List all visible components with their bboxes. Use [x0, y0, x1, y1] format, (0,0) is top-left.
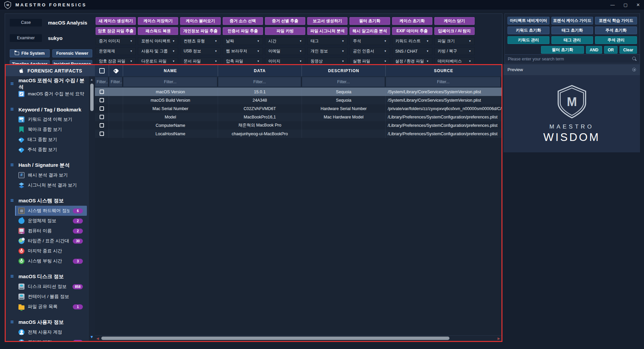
- close-button[interactable]: ✕: [636, 0, 640, 10]
- action-button[interactable]: 케이스 닫기: [434, 17, 475, 25]
- sidebar-item[interactable]: 관리자 계정1: [9, 337, 87, 341]
- tool-button[interactable]: 포렌식 케이스 가이드: [551, 17, 593, 24]
- sidebar-section-title[interactable]: ≡Hash / Signature 분석: [9, 160, 88, 170]
- action-button[interactable]: 개인정보 파일 추출: [180, 27, 220, 35]
- scroll-right-icon[interactable]: ▶: [496, 337, 501, 340]
- tool-button[interactable]: 주석 관리: [595, 36, 637, 44]
- nav-button-file-system[interactable]: File System: [10, 49, 50, 57]
- filter-dropdown[interactable]: 웹 브라우저▼: [223, 47, 263, 55]
- table-row[interactable]: Mac Serial NumberC02ZVAFVMD6THardware Se…: [95, 104, 501, 113]
- and-button[interactable]: AND: [586, 46, 602, 54]
- row-checkbox[interactable]: [100, 90, 104, 94]
- action-button[interactable]: 새 케이스 생성하기: [96, 17, 136, 25]
- checkbox-cell[interactable]: [95, 104, 109, 113]
- sidebar-item[interactable]: 운영체제 정보2: [9, 216, 87, 226]
- sidebar-item[interactable]: 태그 종합 보기: [9, 135, 87, 145]
- select-all-cell[interactable]: [95, 65, 109, 76]
- tool-button[interactable]: 태그 초기화: [551, 27, 593, 34]
- filter-dropdown[interactable]: 파일 크기▼: [434, 37, 475, 45]
- filter-dropdown[interactable]: 주석▼: [350, 37, 390, 45]
- sidebar-scrollbar[interactable]: ▲ ▼: [88, 76, 95, 341]
- filter-dropdown[interactable]: 날짜▼: [223, 37, 263, 45]
- filter-dropdown[interactable]: 개인 정보▼: [307, 47, 347, 55]
- sidebar-item[interactable]: 파일 공유 목록1: [9, 302, 87, 312]
- sidebar-item[interactable]: 컨테이너 / 볼륨 정보: [9, 292, 87, 302]
- filter-input[interactable]: [218, 80, 301, 84]
- filter-dropdown[interactable]: USB 정보▼: [180, 47, 220, 55]
- filter-input[interactable]: [123, 80, 217, 84]
- scroll-left-icon[interactable]: ◀: [95, 337, 100, 340]
- action-button[interactable]: 파일 카빙: [265, 27, 305, 35]
- sidebar-item[interactable]: 해시 분석 결과 보기: [9, 170, 87, 180]
- clear-button[interactable]: Clear: [620, 46, 637, 54]
- horizontal-scrollbar[interactable]: ◀ ▶: [95, 335, 501, 341]
- filter-dropdown[interactable]: 사용자 및 그룹▼: [138, 47, 178, 55]
- filter-dropdown[interactable]: 증거 이미지▼: [96, 37, 136, 45]
- action-button[interactable]: 증거 선별 추출: [265, 17, 305, 25]
- minimize-button[interactable]: —: [610, 0, 615, 10]
- tool-button[interactable]: 키워드 초기화: [507, 27, 549, 34]
- action-button[interactable]: 해시 알고리즘 분석: [350, 27, 390, 35]
- filter-dropdown[interactable]: 시간▼: [265, 37, 305, 45]
- sidebar-item[interactable]: 마지막 종료 시간: [9, 246, 87, 256]
- filter-input[interactable]: [109, 80, 122, 84]
- table-row[interactable]: macOS Version15.0.1Sequoia/System/Librar…: [95, 88, 501, 96]
- preview-options-icon[interactable]: [632, 68, 636, 71]
- column-header-name[interactable]: NAME: [123, 65, 218, 76]
- row-checkbox[interactable]: [100, 123, 104, 128]
- sidebar-section-title[interactable]: ≡macOS 디스크 정보: [9, 271, 88, 282]
- checkbox-cell[interactable]: [95, 88, 109, 96]
- scrollbar-thumb[interactable]: [90, 84, 94, 111]
- sidebar-item[interactable]: 컴퓨터 이름2: [9, 226, 87, 236]
- maximize-button[interactable]: ▢: [624, 0, 628, 10]
- action-button[interactable]: 케이스 불러오기: [180, 17, 220, 25]
- checkbox-cell[interactable]: [95, 121, 109, 130]
- nav-button-forensic-viewer[interactable]: Forensic Viewer: [52, 49, 92, 57]
- action-button[interactable]: 인증서 파일 추출: [223, 27, 263, 35]
- filter-dropdown[interactable]: 키워드 리스트▼: [392, 37, 432, 45]
- filter-dropdown[interactable]: 공인 인증서▼: [350, 47, 390, 55]
- action-button[interactable]: 패스워드 복원: [138, 27, 178, 35]
- sidebar-item[interactable]: 시스템 부팅 시간3: [9, 256, 87, 266]
- sidebar-section-title[interactable]: ≡macOS 시스템 정보: [9, 196, 88, 206]
- table-row[interactable]: ModelMacBookPro16,1Mac Hardware Model/Li…: [95, 113, 501, 121]
- filter-input[interactable]: [386, 80, 500, 84]
- or-button[interactable]: OR: [604, 46, 618, 54]
- filter-input[interactable]: [302, 80, 385, 84]
- sidebar-item[interactable]: 북마크 종합 보기: [9, 124, 87, 135]
- action-button[interactable]: 케이스 초기화: [392, 17, 432, 25]
- sidebar-item[interactable]: 주석 종합 보기: [9, 145, 87, 155]
- tool-button[interactable]: 포렌식 학습 가이드: [595, 17, 637, 24]
- tag-column-header[interactable]: [109, 65, 123, 76]
- table-row[interactable]: macOS Build Version24A348Sequoia/System/…: [95, 96, 501, 104]
- filter-reset-button[interactable]: 필터 초기화: [541, 46, 584, 54]
- action-button[interactable]: 증거 소스 선택: [223, 17, 263, 25]
- action-button[interactable]: 보고서 생성하기: [307, 17, 347, 25]
- tool-button[interactable]: 아티팩트 네비게이터: [507, 17, 549, 24]
- sidebar-section-title[interactable]: ≡macOS 포렌식 증거 수집 / 분석: [9, 79, 88, 89]
- column-header-data[interactable]: DATA: [218, 65, 302, 76]
- row-checkbox[interactable]: [100, 98, 104, 102]
- filter-dropdown[interactable]: SNS / CHAT▼: [392, 47, 432, 55]
- row-checkbox[interactable]: [100, 106, 104, 111]
- action-button[interactable]: EXIF 데이터 추출: [392, 27, 432, 35]
- select-all-checkbox[interactable]: [99, 68, 105, 73]
- sidebar-item[interactable]: 디스크 파티션 정보858: [9, 282, 87, 292]
- table-row[interactable]: LocalHostNamechaejunhyeog-ui-MacBookPro/…: [95, 130, 501, 138]
- sidebar-item[interactable]: 타임존 / 표준 시간대30: [9, 236, 87, 246]
- filter-dropdown[interactable]: 태그▼: [307, 37, 347, 45]
- sidebar-item[interactable]: 키워드 검색 이력 보기: [9, 114, 87, 124]
- tool-button[interactable]: 주석 초기화: [595, 27, 637, 34]
- action-button[interactable]: 딥페이크 / AI 탐지: [434, 27, 475, 35]
- scrollbar-thumb[interactable]: [101, 337, 449, 340]
- row-checkbox[interactable]: [100, 115, 104, 119]
- sidebar-item[interactable]: macOS 증거 수집 분석 요약: [9, 89, 87, 99]
- action-button[interactable]: 케이스 저장하기: [138, 17, 178, 25]
- filter-dropdown[interactable]: 포렌식 아티팩트▼: [138, 37, 178, 45]
- checkbox-cell[interactable]: [95, 96, 109, 104]
- filter-dropdown[interactable]: 컨텐츠 유형▼: [180, 37, 220, 45]
- sidebar-item[interactable]: 시스템 하드웨어 정보6: [15, 206, 87, 216]
- scrollbar-track[interactable]: [100, 336, 496, 341]
- row-checkbox[interactable]: [100, 132, 104, 136]
- checkbox-cell[interactable]: [95, 113, 109, 121]
